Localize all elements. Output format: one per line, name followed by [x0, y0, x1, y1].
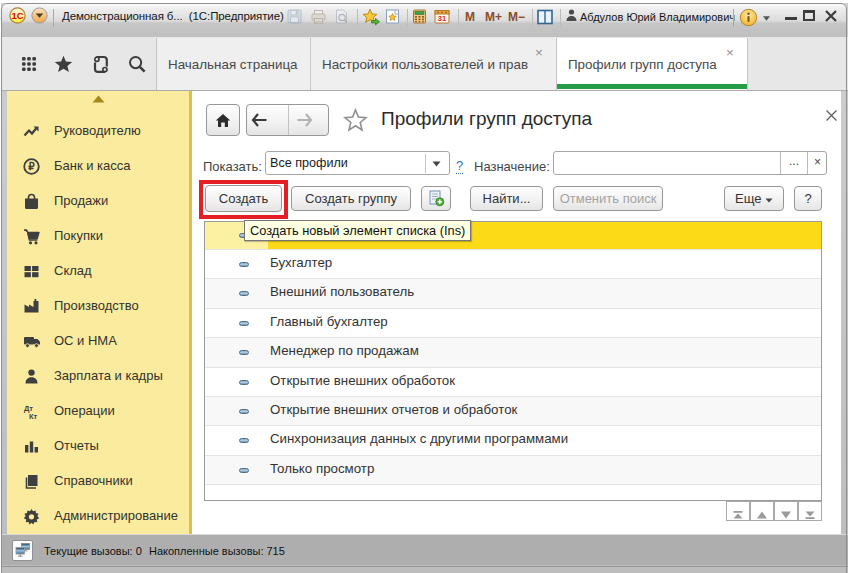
svg-text:Кт: Кт	[29, 412, 38, 421]
svg-text:₽: ₽	[28, 161, 35, 172]
svg-text:31: 31	[438, 14, 446, 23]
svg-text:1С: 1С	[11, 10, 23, 21]
